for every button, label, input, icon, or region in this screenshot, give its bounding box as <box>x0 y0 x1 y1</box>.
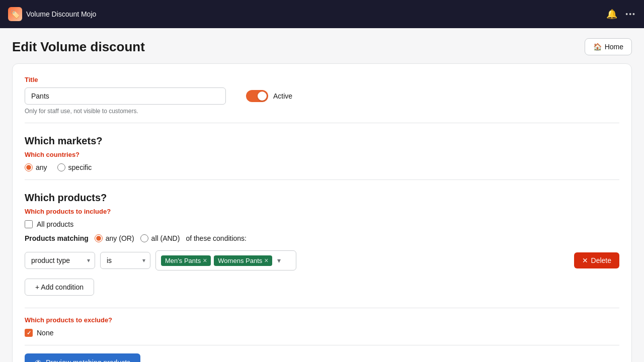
condition-row: product type is Men's Pants × Womens Pan… <box>25 250 619 270</box>
exclude-label: Which products to exclude? <box>25 316 619 324</box>
tags-container[interactable]: Men's Pants × Womens Pants × ▾ <box>155 250 296 270</box>
preview-label: Preview matching products <box>46 358 130 362</box>
products-section: Which products? Which products to includ… <box>25 192 619 296</box>
tag-mens-label: Men's Pants <box>165 257 201 264</box>
divider-3 <box>25 308 619 308</box>
none-option[interactable]: None <box>25 329 619 337</box>
topbar-actions: 🔔 ••• <box>606 9 636 20</box>
bell-icon[interactable]: 🔔 <box>606 9 617 20</box>
active-label: Active <box>273 92 292 100</box>
delete-label: Delete <box>591 256 611 264</box>
none-checkbox[interactable] <box>25 329 33 337</box>
tag-womens-pants: Womens Pants × <box>214 255 272 266</box>
page-header: Edit Volume discount 🏠 Home <box>0 28 644 63</box>
any-option[interactable]: any <box>25 163 47 171</box>
all-products-label: All products <box>37 220 73 228</box>
tags-dropdown-button[interactable]: ▾ <box>275 255 283 265</box>
countries-radio-group: any specific <box>25 163 619 171</box>
add-condition-label: + Add condition <box>35 283 84 291</box>
any-or-option[interactable]: any (OR) <box>95 234 134 242</box>
tag-womens-label: Womens Pants <box>218 257 262 264</box>
title-section: Title Only for staff use, not visible to… <box>25 76 619 115</box>
any-radio[interactable] <box>25 163 33 171</box>
divider-1 <box>25 123 619 123</box>
tag-mens-pants: Men's Pants × <box>161 255 211 266</box>
title-helper: Only for staff use, not visible to custo… <box>25 108 226 115</box>
app-name: Volume Discount Mojo <box>26 10 96 18</box>
all-products-checkbox[interactable] <box>25 220 33 228</box>
conditions-text: of these conditions: <box>186 234 247 242</box>
markets-heading: Which markets? <box>25 135 619 147</box>
delete-button[interactable]: ✕ Delete <box>574 252 619 268</box>
all-products-option[interactable]: All products <box>25 220 619 228</box>
divider-2 <box>25 179 619 180</box>
tag-womens-remove[interactable]: × <box>264 257 268 264</box>
home-button[interactable]: 🏠 Home <box>585 38 632 55</box>
matching-label: Products matching <box>25 234 89 242</box>
home-button-label: Home <box>605 43 623 51</box>
field-select[interactable]: product type <box>25 252 95 269</box>
topbar: 🏷️ Volume Discount Mojo 🔔 ••• <box>0 0 644 28</box>
all-and-label: all (AND) <box>151 234 180 242</box>
include-label: Which products to include? <box>25 208 619 215</box>
products-heading: Which products? <box>25 192 619 204</box>
divider-4 <box>25 345 619 345</box>
field-select-wrapper: product type <box>25 252 95 269</box>
preview-icon: 👁 <box>35 358 42 362</box>
countries-label: Which countries? <box>25 151 619 158</box>
none-label: None <box>37 329 53 337</box>
any-or-radio[interactable] <box>95 234 103 242</box>
home-icon: 🏠 <box>593 43 602 51</box>
products-matching-row: Products matching any (OR) all (AND) of … <box>25 234 619 242</box>
app-icon: 🏷️ <box>8 7 22 21</box>
app-brand: 🏷️ Volume Discount Mojo <box>8 7 96 21</box>
more-icon[interactable]: ••• <box>625 10 636 18</box>
title-input[interactable] <box>25 87 226 105</box>
any-or-label: any (OR) <box>106 234 134 242</box>
preview-button[interactable]: 👁 Preview matching products <box>25 353 140 362</box>
specific-label: specific <box>68 163 92 171</box>
delete-icon: ✕ <box>582 256 588 264</box>
exclude-section: Which products to exclude? None <box>25 316 619 337</box>
page-title: Edit Volume discount <box>12 39 145 55</box>
title-label: Title <box>25 76 226 83</box>
active-toggle[interactable] <box>246 90 268 102</box>
main-content: Title Only for staff use, not visible to… <box>0 63 644 362</box>
specific-option[interactable]: specific <box>57 163 92 171</box>
all-and-radio[interactable] <box>140 234 148 242</box>
operator-select[interactable]: is <box>100 252 150 269</box>
markets-section: Which markets? Which countries? any spec… <box>25 135 619 171</box>
form-card: Title Only for staff use, not visible to… <box>12 63 632 362</box>
specific-radio[interactable] <box>57 163 65 171</box>
all-and-option[interactable]: all (AND) <box>140 234 180 242</box>
add-condition-button[interactable]: + Add condition <box>25 279 94 296</box>
operator-select-wrapper: is <box>100 252 150 269</box>
tag-mens-remove[interactable]: × <box>203 257 207 264</box>
any-label: any <box>36 163 47 171</box>
